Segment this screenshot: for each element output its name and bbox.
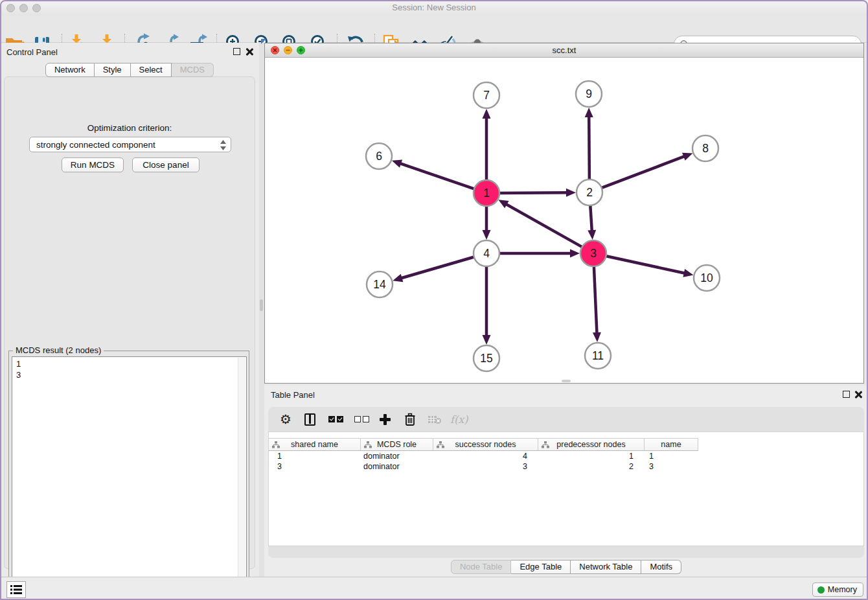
result-scrollbar[interactable] — [238, 358, 246, 592]
add-row-icon[interactable] — [380, 411, 391, 427]
column-type-icon — [272, 441, 280, 448]
edge-arrowhead — [682, 153, 692, 161]
tab-mcds[interactable]: MCDS — [172, 63, 214, 77]
node-table-body: 1dominator4113dominator323 — [269, 452, 863, 472]
edge-arrowhead — [588, 230, 596, 240]
mcds-result-area[interactable]: 1 3 — [12, 356, 247, 592]
graph-edge-2-9[interactable] — [589, 115, 589, 181]
memory-label: Memory — [828, 585, 857, 594]
column-header-successor-nodes[interactable]: successor nodes — [433, 439, 538, 450]
edge-arrowhead — [593, 332, 601, 342]
graph-node-label: 3 — [590, 247, 597, 260]
tab-network[interactable]: Network — [45, 63, 95, 77]
table-settings-gear-icon[interactable]: ⚙ — [280, 411, 291, 427]
table-cell: 1 — [645, 452, 698, 462]
column-header-name[interactable]: name — [645, 439, 698, 450]
table-cell: dominator — [361, 452, 433, 462]
graph-edge-4-14[interactable] — [400, 257, 475, 279]
node-table: shared name MCDS role successor nodes pr… — [268, 432, 864, 546]
function-builder-icon: f(x) — [450, 411, 468, 427]
control-panel-header: Control Panel — [0, 43, 259, 61]
float-panel-icon[interactable] — [233, 48, 240, 55]
delete-row-icon[interactable] — [404, 411, 416, 427]
app-titlebar: Session: New Session — [0, 0, 868, 16]
graph-node-label: 10 — [700, 271, 713, 284]
canvas-resize-grip[interactable] — [562, 380, 571, 382]
tab-select[interactable]: Select — [131, 63, 172, 77]
selected-criterion: strongly connected component — [36, 140, 155, 150]
memory-button[interactable]: Memory — [812, 583, 863, 597]
table-cell: 2 — [538, 462, 645, 472]
show-columns-icon[interactable] — [304, 411, 315, 427]
column-header-predecessor-nodes[interactable]: predecessor nodes — [538, 439, 645, 450]
tab-motifs[interactable]: Motifs — [641, 560, 681, 574]
node-table-header: shared name MCDS role successor nodes pr… — [269, 438, 698, 451]
list-icon — [7, 582, 25, 597]
table-row[interactable]: 1dominator411 — [269, 452, 863, 462]
network-window-titlebar[interactable]: scc.txt — [265, 43, 863, 58]
graph-node-label: 1 — [483, 187, 490, 200]
mcds-result-title: MCDS result (2 nodes) — [13, 345, 104, 355]
table-cell: 1 — [269, 452, 361, 462]
edge-arrowhead — [392, 160, 402, 168]
optimization-criterion-label: Optimization criterion: — [5, 123, 255, 133]
app-title: Session: New Session — [0, 3, 868, 12]
panel-divider-grip[interactable] — [260, 299, 263, 311]
network-graph[interactable]: 7968124314101511 — [265, 58, 863, 383]
task-history-button[interactable] — [6, 581, 26, 598]
network-window-title: scc.txt — [265, 45, 863, 55]
graph-node-label: 2 — [586, 186, 593, 199]
control-panel: Control Panel NetworkStyleSelectMCDS Opt… — [0, 43, 259, 577]
graph-edge-2-8[interactable] — [600, 156, 685, 189]
control-panel-tabs: NetworkStyleSelectMCDS — [0, 63, 259, 77]
mcds-result-text: 1 3 — [16, 358, 21, 380]
graph-edge-1-2[interactable] — [498, 192, 568, 193]
graph-edge-1-6[interactable] — [399, 163, 475, 189]
edge-arrowhead — [483, 109, 491, 119]
optimization-criterion-select[interactable]: strongly connected component — [29, 137, 231, 152]
edge-arrowhead — [483, 335, 491, 345]
graph-edge-3-1[interactable] — [505, 203, 584, 248]
graph-edge-3-11[interactable] — [594, 265, 597, 334]
column-header-shared-name[interactable]: shared name — [269, 439, 361, 450]
edge-arrowhead — [585, 108, 593, 117]
tab-node-table[interactable]: Node Table — [451, 560, 512, 574]
close-panel-icon[interactable] — [246, 48, 253, 56]
tab-edge-table[interactable]: Edge Table — [511, 560, 571, 574]
table-cell: 3 — [269, 462, 361, 472]
column-type-icon — [364, 441, 372, 448]
status-bar: Memory — [0, 577, 868, 600]
graph-node-label: 15 — [480, 352, 492, 365]
table-toolbar: ⚙ f(x) — [268, 407, 864, 432]
graph-edge-3-10[interactable] — [605, 256, 686, 273]
graph-node-label: 7 — [483, 89, 490, 102]
table-cell: 1 — [538, 452, 645, 462]
column-header-mcds-role[interactable]: MCDS role — [361, 439, 433, 450]
table-cell: 3 — [645, 462, 698, 472]
graph-node-label: 6 — [376, 150, 382, 163]
close-table-panel-icon[interactable] — [854, 391, 862, 398]
deselect-all-rows-icon[interactable] — [354, 411, 371, 427]
edge-arrowhead — [483, 230, 491, 240]
float-table-panel-icon[interactable] — [843, 391, 850, 398]
select-chevrons-icon — [220, 139, 227, 151]
close-panel-button[interactable]: Close panel — [132, 157, 200, 172]
select-all-rows-icon[interactable] — [328, 411, 345, 427]
graph-node-label: 11 — [592, 349, 604, 362]
graph-edge-2-3[interactable] — [590, 204, 592, 232]
tab-network-table[interactable]: Network Table — [571, 560, 641, 574]
table-cell: 4 — [433, 452, 538, 462]
network-view-window: scc.txt 7968124314101511 — [264, 43, 864, 384]
table-row[interactable]: 3dominator323 — [269, 462, 863, 472]
table-bottom-strip — [268, 546, 864, 558]
tab-style[interactable]: Style — [95, 63, 131, 77]
mcds-result-box: MCDS result (2 nodes) 1 3 — [8, 351, 249, 595]
network-canvas[interactable]: 7968124314101511 — [265, 58, 863, 383]
graph-node-label: 4 — [483, 247, 490, 260]
memory-status-dot — [817, 586, 825, 594]
table-cell: dominator — [361, 462, 433, 472]
graph-node-label: 8 — [702, 142, 709, 155]
mcds-panel: Optimization criterion: strongly connect… — [4, 76, 255, 569]
delete-table-icon — [428, 411, 442, 427]
run-mcds-button[interactable]: Run MCDS — [62, 157, 124, 172]
